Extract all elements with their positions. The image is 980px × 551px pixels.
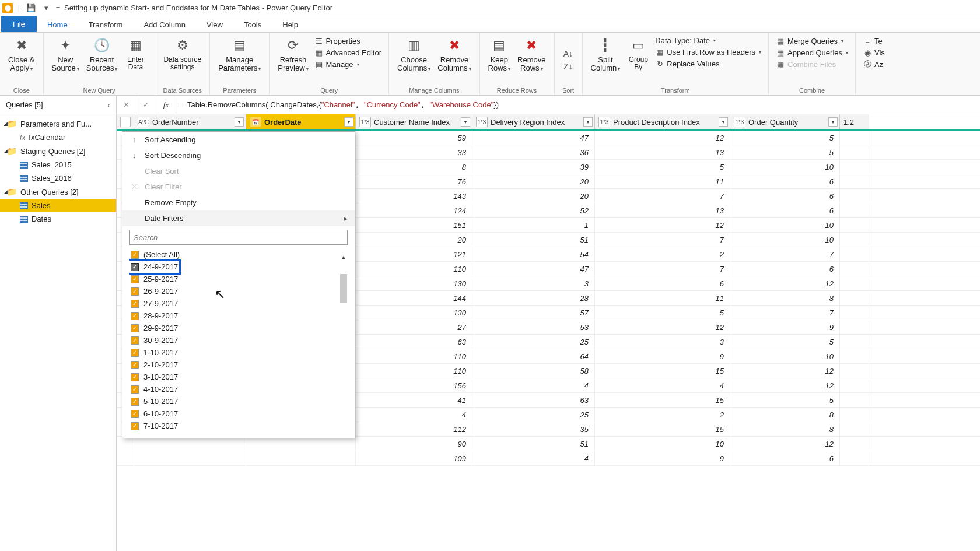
recent-sources-button[interactable]: 🕓Recent Sources▾ (83, 35, 121, 74)
sort-descending-item[interactable]: ↓Sort Descending (123, 148, 355, 163)
checkbox-icon[interactable]: ✓ (131, 312, 139, 320)
cell[interactable]: 12 (595, 131, 730, 145)
cell[interactable]: 7 (595, 262, 730, 276)
azure-ml-button[interactable]: ⒶAz (863, 59, 885, 69)
cell[interactable]: 110 (356, 262, 473, 276)
checkbox-icon[interactable]: ✓ (131, 349, 139, 357)
formula-text[interactable]: = Table.RemoveColumns( ChangeDates,{"Cha… (176, 100, 503, 109)
tab-help[interactable]: Help (272, 17, 309, 32)
filter-search[interactable] (130, 230, 348, 245)
cell[interactable]: 41 (356, 393, 473, 407)
cell[interactable]: 39 (473, 160, 595, 174)
table-row[interactable]: 109496 (117, 451, 980, 466)
cell[interactable]: 51 (473, 437, 595, 451)
cell[interactable]: 156 (356, 378, 473, 392)
merge-queries-button[interactable]: ▦Merge Queries▾ (776, 36, 848, 45)
cell[interactable]: 20 (473, 189, 595, 203)
column-order-quantity[interactable]: 1²3Order Quantity▾ (730, 114, 840, 129)
cell[interactable]: 12 (730, 364, 840, 378)
filter-date-item[interactable]: ✓5-10-2017 (130, 395, 337, 408)
replace-values-button[interactable]: ↻Replace Values (655, 59, 761, 68)
cell[interactable]: 13 (595, 203, 730, 217)
close-apply-button[interactable]: ✖Close & Apply▾ (5, 35, 38, 74)
col-dropdown-icon[interactable]: ▾ (344, 117, 354, 127)
tab-file[interactable]: File (1, 16, 37, 32)
tab-add-column[interactable]: Add Column (133, 17, 196, 32)
filter-date-item[interactable]: ✓30-9-2017 (130, 334, 337, 346)
first-row-headers-button[interactable]: ▦Use First Row as Headers▾ (655, 47, 761, 57)
cell[interactable]: 27 (356, 320, 473, 334)
cell[interactable]: 10 (595, 437, 730, 451)
filter-date-item[interactable]: ✓4-10-2017 (130, 383, 337, 395)
cell[interactable]: 7 (595, 189, 730, 203)
cell[interactable]: 53 (473, 320, 595, 334)
checkbox-icon[interactable]: ✓ (131, 373, 139, 381)
cell[interactable]: 63 (356, 335, 473, 349)
cell[interactable]: 7 (595, 233, 730, 247)
query-item[interactable]: Sales (0, 199, 116, 212)
cell[interactable]: 12 (730, 437, 840, 451)
enter-data-button[interactable]: ▦Enter Data (121, 35, 150, 72)
cell[interactable]: 5 (730, 145, 840, 159)
cell[interactable]: 9 (730, 320, 840, 334)
query-item[interactable]: Sales_2016 (0, 171, 116, 185)
cell[interactable]: 15 (595, 393, 730, 407)
column-customer-index[interactable]: 1²3Customer Name Index▾ (356, 114, 473, 129)
cell[interactable]: 7 (730, 306, 840, 320)
remove-empty-item[interactable]: Remove Empty (123, 195, 355, 210)
col-dropdown-icon[interactable]: ▾ (719, 117, 728, 127)
cell[interactable]: 8 (356, 160, 473, 174)
cell[interactable]: 9 (595, 451, 730, 465)
tab-view[interactable]: View (196, 17, 233, 32)
filter-date-item[interactable]: ✓1-10-2017 (130, 346, 337, 359)
split-column-button[interactable]: ┇Split Column▾ (587, 35, 624, 74)
cell[interactable]: 2 (595, 408, 730, 422)
checkbox-icon[interactable]: ✓ (131, 263, 139, 271)
checkbox-icon[interactable]: ✓ (131, 336, 139, 345)
col-dropdown-icon[interactable]: ▾ (583, 117, 593, 127)
cell[interactable]: 10 (730, 233, 840, 247)
cell[interactable]: 58 (473, 364, 595, 378)
filter-date-item[interactable]: ✓3-10-2017 (130, 371, 337, 383)
filter-date-item[interactable]: ✓29-9-2017 (130, 322, 337, 334)
cell[interactable]: 8 (730, 408, 840, 422)
cell[interactable]: 11 (595, 174, 730, 188)
accept-formula-icon[interactable]: ✓ (136, 96, 156, 114)
cell[interactable]: 9 (595, 349, 730, 363)
cell[interactable]: 4 (595, 378, 730, 392)
cell[interactable]: 25 (473, 408, 595, 422)
cell[interactable]: 7 (730, 247, 840, 261)
cell[interactable]: 2 (595, 247, 730, 261)
cell[interactable]: 109 (356, 451, 473, 465)
cell[interactable]: 15 (595, 422, 730, 436)
cell[interactable]: 4 (473, 378, 595, 392)
cell[interactable]: 54 (473, 247, 595, 261)
cell[interactable]: 12 (730, 276, 840, 290)
expand-icon[interactable]: ◢ (4, 148, 8, 154)
cell[interactable]: 20 (473, 174, 595, 188)
refresh-preview-button[interactable]: ⟳Refresh Preview▾ (274, 35, 312, 74)
cell[interactable]: 3 (595, 335, 730, 349)
cell[interactable]: 10 (730, 160, 840, 174)
filter-date-item[interactable]: ✓26-9-2017 (130, 285, 337, 297)
checkbox-icon[interactable]: ✓ (131, 410, 139, 418)
cell[interactable]: 47 (473, 262, 595, 276)
cell[interactable]: 15 (595, 364, 730, 378)
checkbox-icon[interactable]: ✓ (131, 300, 139, 308)
cell[interactable]: 124 (356, 203, 473, 217)
search-input[interactable] (130, 230, 348, 245)
cell[interactable]: 90 (356, 437, 473, 451)
filter-date-item[interactable]: ✓28-9-2017 (130, 310, 337, 322)
cell[interactable]: 6 (730, 451, 840, 465)
append-queries-button[interactable]: ▦Append Queries▾ (776, 48, 848, 57)
filter-select-all[interactable]: ✓(Select All) (130, 248, 337, 261)
col-dropdown-icon[interactable]: ▾ (461, 117, 470, 127)
cell[interactable]: 110 (356, 364, 473, 378)
properties-button[interactable]: ☰Properties (314, 36, 382, 45)
filter-date-item[interactable]: ✓6-10-2017 (130, 408, 337, 420)
cell[interactable]: 28 (473, 291, 595, 305)
query-item[interactable]: fxfxCalendar (0, 131, 116, 144)
tab-transform[interactable]: Transform (78, 17, 134, 32)
cell[interactable]: 6 (730, 203, 840, 217)
cell[interactable]: 6 (730, 189, 840, 203)
